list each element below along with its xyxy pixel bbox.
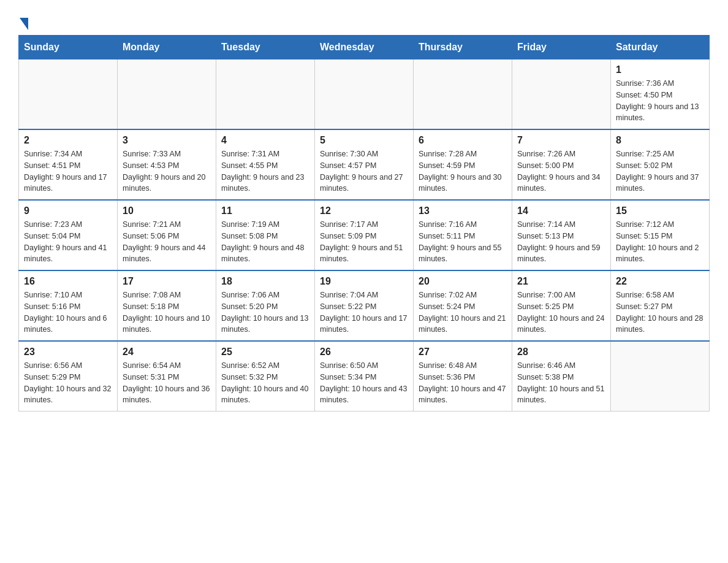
day-number: 17 xyxy=(123,276,211,287)
day-number: 9 xyxy=(24,205,112,216)
day-number: 21 xyxy=(517,276,605,287)
day-info: Sunrise: 6:54 AMSunset: 5:31 PMDaylight:… xyxy=(123,360,211,406)
calendar-cell-week1-day1 xyxy=(19,59,118,130)
day-info: Sunrise: 7:21 AMSunset: 5:06 PMDaylight:… xyxy=(123,219,211,265)
calendar-cell-week1-day7: 1Sunrise: 7:36 AMSunset: 4:50 PMDaylight… xyxy=(611,59,710,130)
calendar-cell-week1-day5 xyxy=(414,59,512,130)
calendar-cell-week2-day5: 6Sunrise: 7:28 AMSunset: 4:59 PMDaylight… xyxy=(414,129,512,200)
calendar-week-row-2: 2Sunrise: 7:34 AMSunset: 4:51 PMDaylight… xyxy=(19,129,710,200)
calendar-cell-week1-day3 xyxy=(216,59,315,130)
calendar-header-wednesday: Wednesday xyxy=(315,36,414,59)
day-number: 5 xyxy=(320,135,408,146)
day-info: Sunrise: 7:26 AMSunset: 5:00 PMDaylight:… xyxy=(517,148,605,194)
calendar-cell-week3-day5: 13Sunrise: 7:16 AMSunset: 5:11 PMDayligh… xyxy=(414,200,512,270)
day-info: Sunrise: 6:56 AMSunset: 5:29 PMDaylight:… xyxy=(24,360,112,406)
calendar-cell-week3-day7: 15Sunrise: 7:12 AMSunset: 5:15 PMDayligh… xyxy=(611,200,710,270)
day-info: Sunrise: 7:30 AMSunset: 4:57 PMDaylight:… xyxy=(320,148,408,194)
calendar-cell-week1-day6 xyxy=(512,59,611,130)
calendar-cell-week2-day7: 8Sunrise: 7:25 AMSunset: 5:02 PMDaylight… xyxy=(611,129,710,200)
day-number: 23 xyxy=(24,347,112,358)
day-number: 25 xyxy=(221,347,309,358)
calendar-header-sunday: Sunday xyxy=(19,36,118,59)
calendar-header-saturday: Saturday xyxy=(611,36,710,59)
page-header xyxy=(18,12,710,29)
calendar-week-row-1: 1Sunrise: 7:36 AMSunset: 4:50 PMDaylight… xyxy=(19,59,710,130)
day-number: 22 xyxy=(616,276,704,287)
day-number: 20 xyxy=(419,276,507,287)
day-info: Sunrise: 7:14 AMSunset: 5:13 PMDaylight:… xyxy=(517,219,605,265)
calendar-cell-week4-day7: 22Sunrise: 6:58 AMSunset: 5:27 PMDayligh… xyxy=(611,270,710,341)
day-info: Sunrise: 7:00 AMSunset: 5:25 PMDaylight:… xyxy=(517,289,605,335)
day-info: Sunrise: 7:02 AMSunset: 5:24 PMDaylight:… xyxy=(419,289,507,335)
calendar-cell-week3-day4: 12Sunrise: 7:17 AMSunset: 5:09 PMDayligh… xyxy=(315,200,414,270)
day-number: 18 xyxy=(221,276,309,287)
day-info: Sunrise: 7:28 AMSunset: 4:59 PMDaylight:… xyxy=(419,148,507,194)
calendar-cell-week3-day3: 11Sunrise: 7:19 AMSunset: 5:08 PMDayligh… xyxy=(216,200,315,270)
calendar-cell-week2-day3: 4Sunrise: 7:31 AMSunset: 4:55 PMDaylight… xyxy=(216,129,315,200)
calendar-cell-week1-day2 xyxy=(118,59,216,130)
day-number: 4 xyxy=(221,135,309,146)
day-info: Sunrise: 6:50 AMSunset: 5:34 PMDaylight:… xyxy=(320,360,408,406)
calendar-cell-week5-day3: 25Sunrise: 6:52 AMSunset: 5:32 PMDayligh… xyxy=(216,341,315,412)
calendar-cell-week5-day2: 24Sunrise: 6:54 AMSunset: 5:31 PMDayligh… xyxy=(118,341,216,412)
day-info: Sunrise: 6:46 AMSunset: 5:38 PMDaylight:… xyxy=(517,360,605,406)
day-info: Sunrise: 7:19 AMSunset: 5:08 PMDaylight:… xyxy=(221,219,309,265)
day-number: 10 xyxy=(123,205,211,216)
calendar-cell-week5-day6: 28Sunrise: 6:46 AMSunset: 5:38 PMDayligh… xyxy=(512,341,611,412)
logo-arrow-icon xyxy=(20,18,28,30)
calendar-cell-week2-day4: 5Sunrise: 7:30 AMSunset: 4:57 PMDaylight… xyxy=(315,129,414,200)
day-number: 16 xyxy=(24,276,112,287)
day-info: Sunrise: 7:10 AMSunset: 5:16 PMDaylight:… xyxy=(24,289,112,335)
calendar-header-friday: Friday xyxy=(512,36,611,59)
calendar-header-thursday: Thursday xyxy=(414,36,512,59)
day-number: 11 xyxy=(221,205,309,216)
calendar-week-row-4: 16Sunrise: 7:10 AMSunset: 5:16 PMDayligh… xyxy=(19,270,710,341)
calendar-cell-week4-day5: 20Sunrise: 7:02 AMSunset: 5:24 PMDayligh… xyxy=(414,270,512,341)
day-info: Sunrise: 7:08 AMSunset: 5:18 PMDaylight:… xyxy=(123,289,211,335)
day-info: Sunrise: 7:23 AMSunset: 5:04 PMDaylight:… xyxy=(24,219,112,265)
calendar-cell-week4-day3: 18Sunrise: 7:06 AMSunset: 5:20 PMDayligh… xyxy=(216,270,315,341)
day-number: 27 xyxy=(419,347,507,358)
calendar-cell-week2-day2: 3Sunrise: 7:33 AMSunset: 4:53 PMDaylight… xyxy=(118,129,216,200)
day-number: 2 xyxy=(24,135,112,146)
day-info: Sunrise: 7:06 AMSunset: 5:20 PMDaylight:… xyxy=(221,289,309,335)
day-info: Sunrise: 6:48 AMSunset: 5:36 PMDaylight:… xyxy=(419,360,507,406)
day-number: 8 xyxy=(616,135,704,146)
day-info: Sunrise: 7:17 AMSunset: 5:09 PMDaylight:… xyxy=(320,219,408,265)
day-number: 12 xyxy=(320,205,408,216)
calendar-cell-week5-day4: 26Sunrise: 6:50 AMSunset: 5:34 PMDayligh… xyxy=(315,341,414,412)
calendar-cell-week3-day2: 10Sunrise: 7:21 AMSunset: 5:06 PMDayligh… xyxy=(118,200,216,270)
calendar-week-row-5: 23Sunrise: 6:56 AMSunset: 5:29 PMDayligh… xyxy=(19,341,710,412)
calendar-cell-week2-day6: 7Sunrise: 7:26 AMSunset: 5:00 PMDaylight… xyxy=(512,129,611,200)
day-info: Sunrise: 6:58 AMSunset: 5:27 PMDaylight:… xyxy=(616,289,704,335)
day-info: Sunrise: 7:34 AMSunset: 4:51 PMDaylight:… xyxy=(24,148,112,194)
calendar-header-tuesday: Tuesday xyxy=(216,36,315,59)
calendar-cell-week2-day1: 2Sunrise: 7:34 AMSunset: 4:51 PMDaylight… xyxy=(19,129,118,200)
calendar-header-monday: Monday xyxy=(118,36,216,59)
day-number: 14 xyxy=(517,205,605,216)
day-number: 7 xyxy=(517,135,605,146)
calendar-cell-week4-day2: 17Sunrise: 7:08 AMSunset: 5:18 PMDayligh… xyxy=(118,270,216,341)
calendar-header-row: SundayMondayTuesdayWednesdayThursdayFrid… xyxy=(19,36,710,59)
day-info: Sunrise: 6:52 AMSunset: 5:32 PMDaylight:… xyxy=(221,360,309,406)
calendar-cell-week4-day4: 19Sunrise: 7:04 AMSunset: 5:22 PMDayligh… xyxy=(315,270,414,341)
calendar-cell-week1-day4 xyxy=(315,59,414,130)
day-number: 15 xyxy=(616,205,704,216)
day-number: 24 xyxy=(123,347,211,358)
calendar-week-row-3: 9Sunrise: 7:23 AMSunset: 5:04 PMDaylight… xyxy=(19,200,710,270)
day-number: 1 xyxy=(616,64,704,75)
day-number: 28 xyxy=(517,347,605,358)
day-number: 3 xyxy=(123,135,211,146)
day-info: Sunrise: 7:04 AMSunset: 5:22 PMDaylight:… xyxy=(320,289,408,335)
day-info: Sunrise: 7:25 AMSunset: 5:02 PMDaylight:… xyxy=(616,148,704,194)
calendar-cell-week4-day1: 16Sunrise: 7:10 AMSunset: 5:16 PMDayligh… xyxy=(19,270,118,341)
calendar-cell-week3-day1: 9Sunrise: 7:23 AMSunset: 5:04 PMDaylight… xyxy=(19,200,118,270)
calendar-cell-week5-day7 xyxy=(611,341,710,412)
day-info: Sunrise: 7:31 AMSunset: 4:55 PMDaylight:… xyxy=(221,148,309,194)
day-number: 19 xyxy=(320,276,408,287)
logo xyxy=(18,12,28,29)
calendar-cell-week5-day5: 27Sunrise: 6:48 AMSunset: 5:36 PMDayligh… xyxy=(414,341,512,412)
day-number: 13 xyxy=(419,205,507,216)
day-info: Sunrise: 7:36 AMSunset: 4:50 PMDaylight:… xyxy=(616,78,704,124)
day-info: Sunrise: 7:12 AMSunset: 5:15 PMDaylight:… xyxy=(616,219,704,265)
